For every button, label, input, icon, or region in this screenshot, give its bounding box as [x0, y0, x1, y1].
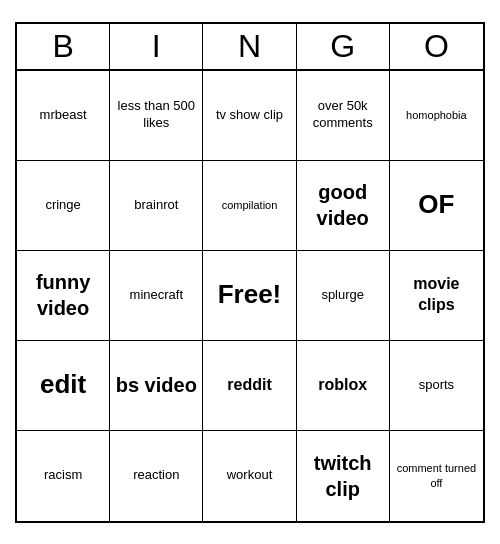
bingo-cell: reaction [110, 431, 203, 521]
bingo-grid: mrbeastless than 500 likestv show clipov… [17, 71, 483, 521]
bingo-cell: over 50k comments [297, 71, 390, 161]
bingo-header: BINGO [17, 24, 483, 71]
bingo-cell: movie clips [390, 251, 483, 341]
header-letter: O [390, 24, 483, 69]
bingo-cell: OF [390, 161, 483, 251]
bingo-cell: minecraft [110, 251, 203, 341]
bingo-cell: edit [17, 341, 110, 431]
bingo-cell: brainrot [110, 161, 203, 251]
bingo-cell: roblox [297, 341, 390, 431]
bingo-cell: sports [390, 341, 483, 431]
bingo-cell: mrbeast [17, 71, 110, 161]
bingo-cell: Free! [203, 251, 296, 341]
header-letter: N [203, 24, 296, 69]
header-letter: B [17, 24, 110, 69]
header-letter: I [110, 24, 203, 69]
bingo-cell: workout [203, 431, 296, 521]
bingo-cell: comment turned off [390, 431, 483, 521]
bingo-cell: good video [297, 161, 390, 251]
header-letter: G [297, 24, 390, 69]
bingo-cell: compilation [203, 161, 296, 251]
bingo-cell: cringe [17, 161, 110, 251]
bingo-cell: homophobia [390, 71, 483, 161]
bingo-cell: racism [17, 431, 110, 521]
bingo-cell: splurge [297, 251, 390, 341]
bingo-cell: less than 500 likes [110, 71, 203, 161]
bingo-cell: bs video [110, 341, 203, 431]
bingo-card: BINGO mrbeastless than 500 likestv show … [15, 22, 485, 523]
bingo-cell: tv show clip [203, 71, 296, 161]
bingo-cell: twitch clip [297, 431, 390, 521]
bingo-cell: reddit [203, 341, 296, 431]
bingo-cell: funny video [17, 251, 110, 341]
